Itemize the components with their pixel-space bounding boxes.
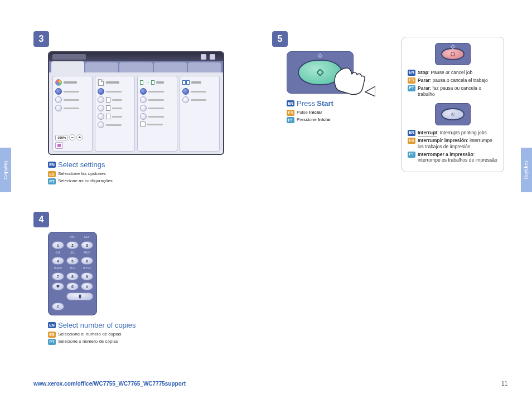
step-3-number: 3 (33, 31, 49, 47)
lang-en-badge: EN (408, 130, 415, 136)
key-hash[interactable]: # (81, 283, 93, 290)
key-7[interactable]: 7 (52, 273, 64, 280)
radio-tray-more[interactable] (98, 121, 104, 128)
lang-en-badge: EN (408, 70, 415, 76)
printer-touchscreen[interactable]: 100% − + (48, 51, 224, 155)
step-3: 3 (33, 31, 234, 186)
key-label-pqrs: PQRS (52, 267, 64, 270)
stop-interrupt-panel: EN Stop: Pause or cancel job ES Parar: p… (402, 37, 504, 172)
key-5[interactable]: 5 (66, 257, 79, 265)
radio-auto-paper[interactable] (98, 88, 104, 95)
output-icon (182, 80, 190, 85)
radio-auto-color[interactable] (55, 88, 62, 95)
interrupt-button[interactable]: ⎋ (441, 108, 465, 120)
lang-pt-badge: PT (287, 117, 294, 123)
key-star[interactable]: ✱ (52, 283, 64, 290)
lang-pt-badge: PT (408, 85, 415, 91)
radio-collated[interactable] (182, 88, 189, 95)
col-output (180, 76, 220, 152)
lang-en-badge: EN (48, 162, 56, 168)
step3-es: ES Seleccione las opciones (48, 171, 234, 177)
key-label-tuv: TUV (66, 267, 79, 270)
step4-pt: PT Selecione o número de cópias (48, 339, 234, 345)
touchscreen-titlebar (49, 52, 223, 61)
start-button[interactable] (298, 60, 342, 85)
stop-pt: PT Parar: faz pausa ou cancela o trabalh… (408, 85, 498, 97)
lang-es-badge: ES (48, 332, 56, 338)
lang-es-badge: ES (48, 171, 56, 177)
side-tab-right: Copying (521, 148, 532, 192)
scale-minus[interactable]: − (69, 134, 75, 140)
lang-pt-badge: PT (48, 178, 56, 184)
diamond-icon (318, 53, 322, 58)
step5-es: ES Pulse Iniciar (287, 110, 395, 116)
key-label-mno: MNO (81, 251, 93, 255)
key-clear[interactable]: C (52, 303, 64, 310)
radio-bw[interactable] (55, 96, 62, 103)
key-label-ghi: GHI (52, 251, 64, 255)
rotate-checkbox[interactable] (140, 121, 146, 127)
start-panel (287, 51, 354, 94)
two-sided-icon (140, 80, 143, 85)
radio-tray2[interactable] (98, 105, 104, 111)
lang-es-badge: ES (408, 138, 415, 144)
more-icon[interactable] (55, 142, 63, 149)
radio-tray1[interactable] (98, 96, 104, 103)
tab-5[interactable] (188, 62, 221, 72)
user-icon (201, 54, 206, 60)
key-4[interactable]: 4 (52, 257, 64, 265)
radio-1to1[interactable] (140, 88, 147, 95)
stop-panel (435, 43, 471, 65)
tab-2[interactable] (85, 62, 118, 72)
tab-4[interactable] (154, 62, 187, 72)
interrupt-pt: PT Interromper a impressão: interrompe o… (408, 152, 498, 163)
touchscreen-tabs (49, 61, 223, 72)
step5-title: EN PressStart (287, 99, 395, 108)
key-3[interactable]: 3 (81, 241, 93, 249)
start-glyph-icon (316, 69, 324, 76)
key-1[interactable]: 1 (52, 241, 64, 249)
numeric-keypad: ABCDEF 1 2 3 GHIJKLMNO 4 5 6 PQRSTUVWXYZ… (48, 232, 97, 315)
step-5-number: 5 (272, 31, 288, 47)
step-4-number: 4 (33, 212, 49, 227)
key-9[interactable]: 9 (81, 273, 93, 280)
key-label-wxyz: WXYZ (81, 267, 93, 270)
color-wheel-icon (55, 79, 62, 86)
key-label-abc: ABC (66, 236, 79, 239)
step-4: 4 ABCDEF 1 2 3 GHIJKLMNO 4 5 6 PQRSTUVWX… (33, 212, 234, 346)
stop-icon (451, 52, 455, 56)
key-label-jkl: JKL (66, 251, 79, 255)
lang-pt-badge: PT (408, 152, 415, 158)
stop-button[interactable] (441, 48, 465, 60)
step4-es: ES Seleccione el número de copias (48, 332, 234, 338)
lang-en-badge: EN (287, 100, 294, 106)
radio-uncollated[interactable] (182, 96, 189, 103)
lang-es-badge: ES (287, 110, 294, 116)
lang-en-badge: EN (48, 322, 56, 328)
radio-2to2[interactable] (140, 105, 147, 111)
support-link[interactable]: www.xerox.com/office/WC7755_WC7765_WC777… (33, 381, 186, 387)
interrupt-icon: ⎋ (451, 111, 454, 117)
key-8[interactable]: 8 (66, 273, 79, 280)
page-number: 11 (501, 381, 507, 387)
key-pause[interactable]: ⏸ (66, 293, 93, 300)
key-2[interactable]: 2 (66, 241, 79, 249)
reduce-enlarge: 100% − + (55, 134, 90, 140)
stop-es: ES Parar: pausa o cancela el trabajo (408, 77, 498, 84)
radio-tray3[interactable] (98, 113, 104, 120)
lang-pt-badge: PT (48, 339, 56, 345)
tab-3[interactable] (119, 62, 152, 72)
stop-en: EN Stop: Pause or cancel job (408, 70, 498, 76)
side-tab-left: Copying (0, 148, 11, 192)
step4-title: EN Select number of copies (48, 321, 234, 329)
radio-2to1[interactable] (140, 113, 147, 120)
key-0[interactable]: 0 (66, 283, 79, 290)
scale-value: 100% (55, 135, 68, 140)
scale-plus[interactable]: + (76, 134, 83, 140)
radio-1to2[interactable] (140, 96, 147, 103)
lang-es-badge: ES (408, 77, 415, 84)
tab-copy[interactable] (51, 61, 84, 72)
key-6[interactable]: 6 (81, 257, 93, 265)
radio-color[interactable] (55, 105, 62, 111)
step5-pt: PT Pressione Iniciar (287, 117, 395, 123)
